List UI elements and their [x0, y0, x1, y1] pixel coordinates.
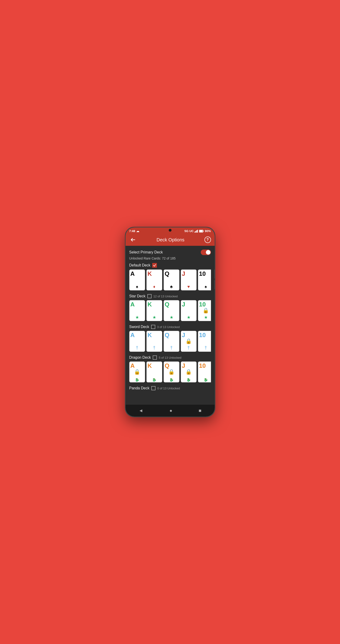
card-suit-1-2: ★ [170, 315, 173, 320]
deck-section-3: Dragon Deck5 of 13 UnlockedA🔒🐉K🐉Q🔒🐉J🔒🐉10… [129, 356, 211, 382]
deck-section-1: Star Deck12 of 13 UnlockedA★K★Q★J★10🔒★ [129, 294, 211, 321]
card-suit-2-2: † [170, 345, 173, 350]
card-3-3[interactable]: J🔒🐉 [181, 362, 197, 382]
deck-unlock-count-1: 12 of 13 Unlocked [153, 294, 178, 298]
deck-header-4: Panda Deck0 of 13 Unlocked [129, 386, 211, 390]
deck-section-2: Sword Deck3 of 13 UnlockedA†K†Q†J🔒†10† [129, 325, 211, 352]
svg-rect-2 [196, 230, 197, 232]
lock-icon-3-2: 🔒 [168, 369, 175, 375]
decks-container: Default DeckA♠K♦Q♣J♥10♠Star Deck12 of 13… [129, 263, 211, 390]
deck-section-4: Panda Deck0 of 13 Unlocked [129, 386, 211, 390]
card-1-4[interactable]: 10🔒★ [198, 300, 211, 321]
deck-section-0: Default DeckA♠K♦Q♣J♥10♠ [129, 263, 211, 290]
card-suit-3-4: 🐉 [204, 378, 208, 382]
card-letter-1-3: J [182, 301, 185, 307]
card-2-2[interactable]: Q† [164, 331, 179, 352]
card-0-2[interactable]: Q♣ [164, 270, 179, 290]
app-bar: Deck Options ? [126, 234, 215, 246]
recent-nav-button[interactable]: ■ [195, 407, 205, 414]
svg-rect-3 [197, 230, 198, 232]
card-suit-3-2: 🐉 [169, 378, 173, 382]
card-letter-2-1: K [148, 332, 152, 338]
deck-header-2: Sword Deck3 of 13 Unlocked [129, 325, 211, 329]
card-letter-0-3: J [182, 271, 185, 277]
signal-icon [195, 230, 198, 232]
card-2-1[interactable]: K† [146, 331, 162, 352]
cloud-icon: ☁ [136, 229, 139, 233]
lock-icon-3-0: 🔒 [134, 369, 140, 375]
card-3-0[interactable]: A🔒🐉 [129, 362, 145, 382]
card-letter-0-1: K [148, 271, 152, 277]
card-suit-0-3: ♥ [187, 284, 190, 289]
card-3-4[interactable]: 10🐉 [198, 362, 211, 382]
card-letter-3-2: Q [165, 363, 169, 369]
card-letter-1-4: 10 [199, 301, 206, 307]
primary-deck-toggle[interactable] [201, 250, 211, 255]
lock-icon-1-4: 🔒 [203, 308, 209, 314]
network-indicator: 5G UC [185, 229, 194, 233]
cards-row-2: A†K†Q†J🔒†10† [129, 331, 211, 352]
card-suit-1-3: ★ [187, 315, 191, 320]
card-suit-0-0: ♠ [136, 284, 138, 289]
deck-checkbox-4[interactable] [151, 386, 155, 390]
card-letter-0-0: A [130, 271, 135, 277]
card-suit-1-0: ★ [135, 315, 139, 320]
card-letter-2-4: 10 [199, 332, 206, 338]
card-3-2[interactable]: Q🔒🐉 [164, 362, 179, 382]
svg-rect-5 [203, 230, 204, 232]
card-0-1[interactable]: K♦ [146, 270, 162, 290]
deck-checkbox-3[interactable] [153, 356, 157, 360]
deck-checkbox-0[interactable] [152, 263, 157, 268]
card-letter-1-2: Q [165, 301, 169, 307]
cards-row-1: A★K★Q★J★10🔒★ [129, 300, 211, 321]
card-2-0[interactable]: A† [129, 331, 145, 352]
card-letter-1-0: A [130, 301, 135, 307]
side-buttons [214, 269, 215, 289]
back-button[interactable] [129, 236, 137, 244]
deck-checkbox-2[interactable] [151, 325, 155, 329]
card-2-3[interactable]: J🔒† [181, 331, 197, 352]
volume-down-button[interactable] [214, 280, 215, 289]
card-suit-0-4: ♠ [205, 284, 207, 289]
svg-rect-1 [195, 231, 196, 232]
card-letter-3-4: 10 [199, 363, 206, 369]
back-nav-button[interactable]: ◄ [135, 407, 147, 414]
svg-rect-0 [195, 232, 195, 232]
home-nav-button[interactable]: ● [166, 407, 176, 414]
card-suit-2-3: † [187, 345, 190, 350]
card-0-3[interactable]: J♥ [181, 270, 197, 290]
card-2-4[interactable]: 10† [198, 331, 211, 352]
card-suit-3-1: 🐉 [152, 378, 156, 382]
volume-up-button[interactable] [214, 269, 215, 278]
deck-unlock-count-4: 0 of 13 Unlocked [157, 386, 180, 390]
primary-deck-option: Select Primary Deck [129, 250, 211, 255]
card-suit-3-3: 🐉 [187, 378, 191, 382]
card-3-1[interactable]: K🐉 [146, 362, 162, 382]
deck-checkbox-1[interactable] [147, 294, 152, 298]
deck-name-0: Default Deck [129, 263, 151, 268]
deck-name-1: Star Deck [129, 294, 145, 298]
card-0-4[interactable]: 10♠ [198, 270, 211, 290]
cards-row-3: A🔒🐉K🐉Q🔒🐉J🔒🐉10🐉 [129, 362, 211, 382]
unlocked-rare-text: Unlocked Rare Cards: 72 of 185 [129, 256, 211, 260]
card-1-3[interactable]: J★ [181, 300, 197, 321]
phone-device: 7:48 ☁ 5G UC 90% [125, 227, 215, 417]
content-area: Select Primary Deck Unlocked Rare Cards:… [126, 246, 215, 405]
battery-percent: 90% [205, 229, 211, 233]
help-button[interactable]: ? [204, 236, 211, 243]
card-1-2[interactable]: Q★ [164, 300, 179, 321]
time-display: 7:48 [129, 229, 135, 233]
lock-icon-2-3: 🔒 [185, 338, 192, 344]
deck-header-0: Default Deck [129, 263, 211, 268]
card-suit-0-2: ♣ [170, 284, 173, 289]
card-letter-1-1: K [148, 301, 152, 307]
card-suit-1-4: ★ [204, 315, 208, 320]
card-letter-3-0: A [130, 363, 135, 369]
card-0-0[interactable]: A♠ [129, 270, 145, 290]
card-1-0[interactable]: A★ [129, 300, 145, 321]
status-left: 7:48 ☁ [129, 229, 139, 233]
battery-icon [199, 230, 204, 232]
card-1-1[interactable]: K★ [146, 300, 162, 321]
primary-deck-label: Select Primary Deck [129, 250, 163, 254]
svg-rect-6 [199, 230, 203, 232]
